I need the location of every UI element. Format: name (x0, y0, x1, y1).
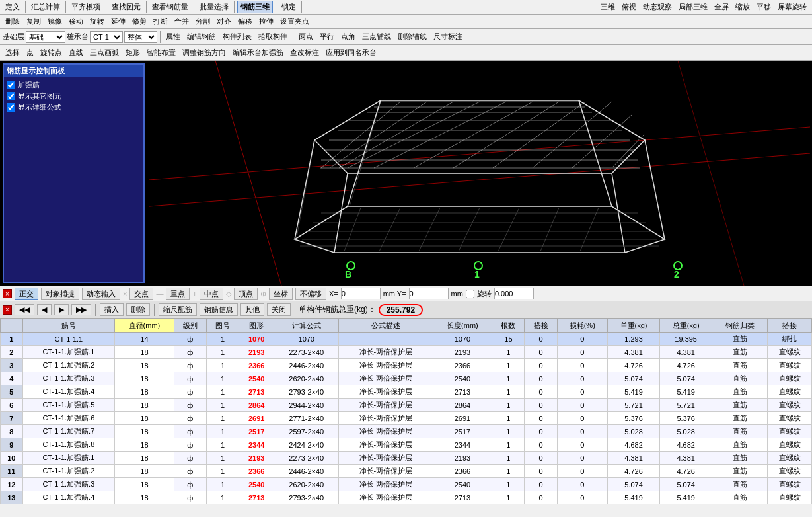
cell-type: 直筋 (712, 359, 768, 372)
btn-last[interactable]: ▶▶ (71, 304, 91, 315)
btn-parallel[interactable]: 平行 (317, 31, 337, 42)
rotate-input[interactable] (494, 288, 534, 299)
btn-vertex[interactable]: 顶点 (234, 288, 258, 300)
btn-del-aux[interactable]: 删除辅线 (395, 31, 429, 42)
btn-offset[interactable]: 偏移 (235, 16, 255, 27)
btn-pan[interactable]: 平移 (754, 1, 774, 13)
btn-find-elem[interactable]: 查找图元 (109, 1, 143, 13)
btn-copy[interactable]: 复制 (24, 16, 44, 27)
cb-reinforce[interactable] (7, 81, 15, 89)
btn-no-offset[interactable]: 不偏移 (295, 288, 326, 300)
btn-split[interactable]: 分割 (193, 16, 213, 27)
table-row[interactable]: 8 CT-1-1.加强筋.7 18 ф 1 2517 2597-2×40 净长-… (1, 425, 812, 438)
x-input[interactable] (341, 288, 381, 299)
cb-formula[interactable] (7, 103, 15, 112)
btn-rect[interactable]: 矩形 (123, 47, 143, 58)
close-x-bottom[interactable]: × (3, 305, 12, 315)
btn-align[interactable]: 对齐 (214, 16, 234, 27)
btn-intersection[interactable]: 交点 (129, 288, 153, 300)
btn-close[interactable]: 关闭 (267, 303, 291, 316)
table-row[interactable]: 10 CT-1-1.加强筋.1 18 ф 1 2193 2273-2×40 净长… (1, 452, 812, 465)
btn-select[interactable]: 选择 (3, 47, 22, 58)
btn-smart-layout[interactable]: 智能布置 (144, 47, 178, 58)
btn-point-angle[interactable]: 点角 (338, 31, 358, 42)
table-row[interactable]: 2 CT-1-1.加强筋.1 18 ф 1 2193 2273-2×40 净长-… (1, 346, 812, 359)
btn-arc[interactable]: 三点画弧 (87, 47, 122, 58)
btn-component-list[interactable]: 构件列表 (220, 31, 254, 42)
btn-screen-rotate[interactable]: 屏幕旋转 (775, 1, 809, 13)
btn-pick-component[interactable]: 拾取构件 (256, 31, 290, 42)
btn-local-3d[interactable]: 局部三维 (676, 1, 710, 13)
btn-view-qty[interactable]: 查看钢筋量 (149, 1, 191, 13)
btn-edit-reinforce[interactable]: 编辑承台加强筋 (230, 47, 286, 58)
btn-midpoint[interactable]: 中点 (200, 288, 223, 300)
btn-del-row[interactable]: 删除 (126, 303, 150, 316)
btn-fullscreen[interactable]: 全屏 (712, 1, 731, 13)
table-row[interactable]: 3 CT-1-1.加强筋.2 18 ф 1 2366 2446-2×40 净长-… (1, 359, 812, 372)
btn-move[interactable]: 移动 (66, 16, 86, 27)
btn-edit-rebar[interactable]: 编辑钢筋 (184, 31, 219, 42)
btn-rebar-3d[interactable]: 钢筋三维 (237, 1, 273, 13)
btn-insert[interactable]: 插入 (100, 303, 124, 316)
base-select[interactable]: 基础 (26, 31, 65, 43)
btn-summary[interactable]: 汇总计算 (28, 1, 63, 13)
rebar-table-container[interactable]: 筋号 直径(mm) 级别 图号 图形 计算公式 公式描述 长度(mm) 根数 搭… (0, 319, 812, 516)
cell-total-wt: 4.381 (660, 346, 712, 359)
btn-adjust-dir[interactable]: 调整钢筋方向 (180, 47, 229, 58)
btn-extend[interactable]: 延伸 (108, 16, 128, 27)
cell-grade: ф (174, 346, 206, 359)
btn-set-grip[interactable]: 设置夹点 (277, 16, 312, 27)
btn-line[interactable]: 直线 (66, 47, 86, 58)
btn-trim[interactable]: 修剪 (129, 16, 149, 27)
btn-orthogonal[interactable]: 正交 (15, 288, 38, 300)
btn-scale-rebar[interactable]: 缩尺配筋 (159, 303, 197, 316)
btn-first[interactable]: ◀◀ (15, 304, 34, 315)
cb-other-elem[interactable] (7, 92, 15, 100)
btn-other[interactable]: 其他 (240, 303, 264, 316)
close-x-btn[interactable]: × (3, 289, 12, 298)
table-row[interactable]: 7 CT-1-1.加强筋.6 18 ф 1 2691 2771-2×40 净长-… (1, 412, 812, 425)
btn-snap[interactable]: 对象捕捉 (41, 288, 79, 300)
btn-define[interactable]: 定义 (3, 1, 22, 13)
rotate-cb[interactable] (466, 290, 474, 298)
table-row[interactable]: 12 CT-1-1.加强筋.3 18 ф 1 2540 2620-2×40 净长… (1, 478, 812, 491)
y-input[interactable] (409, 288, 449, 299)
table-row[interactable]: 5 CT-1-1.加强筋.4 18 ф 1 2713 2793-2×40 净长-… (1, 385, 812, 399)
btn-rotate-point[interactable]: 旋转点 (38, 47, 65, 58)
btn-zoom[interactable]: 缩放 (733, 1, 753, 13)
table-row[interactable]: 13 CT-1-1.加强筋.4 18 ф 1 2713 2793-2×40 净长… (1, 491, 812, 504)
btn-rebar-info[interactable]: 钢筋信息 (200, 303, 238, 316)
viewport-3d: B 1 2 (147, 61, 812, 286)
btn-three-aux[interactable]: 三点辅线 (359, 31, 394, 42)
btn-two-points[interactable]: 两点 (296, 31, 316, 42)
btn-prev[interactable]: ◀ (37, 304, 52, 315)
btn-apply-same-name[interactable]: 应用到同名承台 (323, 47, 379, 58)
btn-lock[interactable]: 锁定 (279, 1, 299, 13)
btn-coord[interactable]: 坐标 (269, 288, 293, 300)
table-row[interactable]: 1 CT-1-1.1 14 ф 1 1070 1070 1070 15 0 0 … (1, 333, 812, 346)
btn-delete[interactable]: 删除 (3, 16, 22, 27)
btn-next[interactable]: ▶ (54, 304, 69, 315)
btn-dynamic-input[interactable]: 动态输入 (82, 288, 120, 300)
whole-select[interactable]: 整体 (124, 31, 157, 43)
btn-batch-select[interactable]: 批量选择 (197, 1, 231, 13)
btn-break[interactable]: 打断 (151, 16, 170, 27)
btn-dim[interactable]: 尺寸标注 (431, 31, 465, 42)
btn-point[interactable]: 点 (24, 47, 36, 58)
btn-stretch[interactable]: 拉伸 (256, 16, 276, 27)
table-row[interactable]: 11 CT-1-1.加强筋.2 18 ф 1 2366 2446-2×40 净长… (1, 465, 812, 478)
btn-merge[interactable]: 合并 (172, 16, 192, 27)
btn-align-board[interactable]: 平齐板项 (69, 1, 103, 13)
bearing-select[interactable]: CT-1 (90, 31, 123, 43)
btn-key-point[interactable]: 重点 (166, 288, 190, 300)
btn-top-view[interactable]: 俯视 (619, 1, 639, 13)
btn-dynamic-observe[interactable]: 动态观察 (640, 1, 675, 13)
btn-3d[interactable]: 三维 (598, 1, 618, 13)
btn-check-mark[interactable]: 查改标注 (287, 47, 322, 58)
btn-properties[interactable]: 属性 (163, 31, 183, 42)
btn-rotate[interactable]: 旋转 (87, 16, 107, 27)
table-row[interactable]: 4 CT-1-1.加强筋.3 18 ф 1 2540 2620-2×40 净长-… (1, 372, 812, 385)
btn-mirror[interactable]: 镜像 (45, 16, 65, 27)
table-row[interactable]: 6 CT-1-1.加强筋.5 18 ф 1 2864 2944-2×40 净长-… (1, 399, 812, 412)
table-row[interactable]: 9 CT-1-1.加强筋.8 18 ф 1 2344 2424-2×40 净长-… (1, 438, 812, 452)
